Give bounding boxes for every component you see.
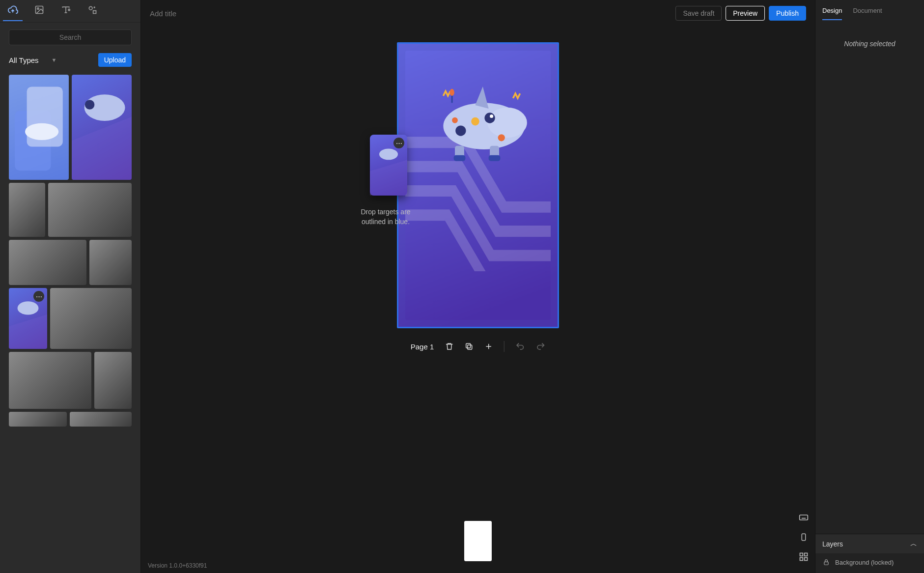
keyboard-shortcuts-button[interactable] <box>798 512 809 523</box>
separator <box>504 341 504 352</box>
chevron-down-icon: ▼ <box>52 57 57 63</box>
svg-rect-33 <box>824 562 828 565</box>
svg-point-9 <box>85 100 95 110</box>
preview-button[interactable]: Preview <box>726 6 765 21</box>
plus-icon <box>484 342 493 351</box>
layers-header[interactable]: Layers ︿ <box>815 534 924 553</box>
page-thumbnail[interactable] <box>464 521 492 561</box>
workspace: Save draft Preview Publish <box>141 0 815 573</box>
tool-shapes[interactable] <box>83 1 102 21</box>
asset-grid: ⋯ <box>9 75 132 436</box>
tab-document[interactable]: Document <box>853 7 882 20</box>
asset-thumb[interactable] <box>94 352 132 409</box>
tool-image[interactable] <box>29 1 49 21</box>
svg-point-17 <box>498 134 504 141</box>
asset-thumb[interactable] <box>48 183 132 237</box>
asset-thumb[interactable]: ⋯ <box>9 288 47 349</box>
svg-point-10 <box>18 301 39 315</box>
tool-text[interactable] <box>56 1 76 21</box>
svg-rect-32 <box>805 558 808 561</box>
svg-point-23 <box>449 89 454 96</box>
rhino-illustration <box>420 72 536 180</box>
asset-thumb[interactable] <box>9 352 91 409</box>
chevron-up-icon: ︿ <box>910 540 917 548</box>
svg-point-15 <box>455 125 466 136</box>
upload-button[interactable]: Upload <box>98 53 132 67</box>
page-canvas[interactable] <box>397 42 559 328</box>
publish-button[interactable]: Publish <box>769 6 806 21</box>
grid-view-button[interactable] <box>798 551 809 562</box>
asset-thumb[interactable] <box>89 240 132 285</box>
lock-icon <box>822 558 830 566</box>
duplicate-page-button[interactable] <box>464 342 473 351</box>
inspector-panel: Design Document Nothing selected Layers … <box>815 0 924 573</box>
layer-label: Background (locked) <box>835 559 894 566</box>
svg-point-24 <box>379 149 398 160</box>
svg-rect-25 <box>467 345 472 349</box>
asset-thumb[interactable] <box>72 75 132 180</box>
cloud-upload-icon <box>7 4 18 17</box>
svg-point-12 <box>487 108 527 138</box>
svg-point-2 <box>68 9 70 10</box>
canvas-zone[interactable]: ⋯ Drop targets are outlined in blue. Pag… <box>141 27 815 573</box>
svg-point-3 <box>89 6 92 10</box>
dropdown-label: All Types <box>9 56 39 64</box>
svg-point-13 <box>484 113 495 123</box>
layer-row-background[interactable]: Background (locked) <box>822 558 917 566</box>
layers-label: Layers <box>822 540 843 548</box>
trash-icon <box>445 342 453 351</box>
svg-rect-31 <box>800 558 803 561</box>
workspace-topbar: Save draft Preview Publish <box>141 0 815 27</box>
svg-rect-22 <box>488 155 500 161</box>
undo-icon <box>515 342 525 351</box>
tab-design[interactable]: Design <box>822 7 842 20</box>
asset-thumb[interactable] <box>9 75 69 180</box>
undo-button[interactable] <box>515 342 525 351</box>
shapes-icon <box>87 5 97 17</box>
image-icon <box>34 5 44 17</box>
svg-rect-21 <box>453 155 465 161</box>
svg-rect-27 <box>800 515 808 520</box>
tool-upload[interactable] <box>3 1 23 21</box>
drop-hint-text: Drop targets are outlined in blue. <box>356 207 415 227</box>
asset-thumb[interactable] <box>70 412 132 427</box>
svg-point-1 <box>37 7 39 9</box>
save-draft-button[interactable]: Save draft <box>675 6 722 21</box>
svg-point-16 <box>471 117 479 126</box>
text-icon <box>61 5 71 17</box>
add-page-button[interactable] <box>484 342 493 351</box>
inspector-body: Nothing selected <box>815 20 924 534</box>
redo-button[interactable] <box>535 342 545 351</box>
page-controls: Page 1 <box>411 341 546 352</box>
delete-page-button[interactable] <box>445 342 453 351</box>
svg-point-14 <box>490 115 493 118</box>
svg-point-18 <box>452 117 458 123</box>
grid-icon <box>799 552 809 562</box>
search-input[interactable] <box>9 29 132 45</box>
asset-thumb[interactable] <box>9 183 45 237</box>
asset-type-dropdown[interactable]: All Types ▼ <box>9 56 56 64</box>
inspector-tabs: Design Document <box>815 0 924 20</box>
title-input[interactable] <box>150 9 297 18</box>
svg-rect-29 <box>800 553 803 556</box>
svg-point-7 <box>25 123 58 140</box>
asset-thumb[interactable] <box>9 412 67 427</box>
redo-icon <box>535 342 545 351</box>
duplicate-icon <box>464 342 473 351</box>
asset-thumb[interactable] <box>50 288 132 349</box>
keyboard-icon <box>799 513 809 522</box>
page-label: Page 1 <box>411 343 434 351</box>
canvas-background <box>405 51 551 320</box>
tool-rail <box>0 0 140 23</box>
device-preview-button[interactable] <box>798 532 809 543</box>
nothing-selected-label: Nothing selected <box>844 40 895 48</box>
svg-rect-28 <box>802 534 806 541</box>
dragging-asset[interactable]: ⋯ <box>370 135 407 196</box>
svg-point-4 <box>94 7 95 8</box>
layers-list: Background (locked) <box>815 553 924 573</box>
device-icon <box>799 533 808 542</box>
asset-thumb[interactable] <box>9 240 86 285</box>
version-label: Version 1.0.0+6330f91 <box>148 562 207 569</box>
floating-toolbar <box>798 512 809 562</box>
svg-rect-26 <box>466 344 470 348</box>
